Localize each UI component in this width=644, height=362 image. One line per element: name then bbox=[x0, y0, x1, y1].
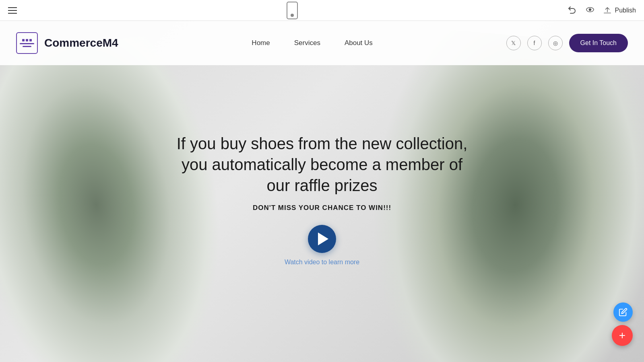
editor-bar-right: Publish bbox=[568, 5, 636, 16]
editor-bar-center bbox=[287, 2, 298, 19]
site-nav: CommerceM4 Home Services About Us 𝕏 f ◎ … bbox=[0, 21, 644, 65]
logo-dot bbox=[26, 39, 28, 41]
get-in-touch-button[interactable]: Get In Touch bbox=[569, 34, 628, 52]
logo-dot bbox=[29, 39, 32, 41]
editor-bar: Publish bbox=[0, 0, 644, 21]
mobile-preview-icon[interactable] bbox=[287, 2, 298, 19]
preview-eye-icon[interactable] bbox=[585, 5, 595, 16]
facebook-icon[interactable]: f bbox=[527, 36, 542, 50]
editor-bar-left bbox=[8, 7, 17, 14]
nav-services[interactable]: Services bbox=[294, 39, 320, 47]
site-logo: CommerceM4 bbox=[16, 32, 118, 54]
nav-links: Home Services About Us bbox=[252, 39, 372, 47]
logo-line bbox=[20, 43, 34, 44]
svg-point-1 bbox=[589, 8, 591, 10]
hero-subheading: DON'T MISS YOUR CHANCE TO WIN!!! bbox=[169, 204, 475, 212]
logo-dot bbox=[22, 39, 25, 41]
undo-icon[interactable] bbox=[568, 6, 577, 15]
edit-fab-button[interactable] bbox=[613, 302, 633, 322]
logo-icon bbox=[16, 32, 38, 54]
hero-content: If you buy shoes from the new collection… bbox=[161, 125, 483, 274]
instagram-icon[interactable]: ◎ bbox=[548, 36, 563, 50]
twitter-icon[interactable]: 𝕏 bbox=[506, 36, 521, 50]
logo-line-short bbox=[23, 46, 31, 47]
hero-headline: If you buy shoes from the new collection… bbox=[169, 133, 475, 196]
add-fab-button[interactable]: + bbox=[612, 325, 633, 346]
site-name: CommerceM4 bbox=[44, 37, 118, 49]
publish-button[interactable]: Publish bbox=[603, 6, 636, 15]
watch-video-link[interactable]: Watch video to learn more bbox=[285, 259, 359, 266]
nav-actions: 𝕏 f ◎ Get In Touch bbox=[506, 34, 628, 52]
nav-about[interactable]: About Us bbox=[345, 39, 373, 47]
video-play-wrap: Watch video to learn more bbox=[169, 225, 475, 266]
hamburger-menu-icon[interactable] bbox=[8, 7, 17, 14]
play-button[interactable] bbox=[308, 225, 336, 253]
publish-label: Publish bbox=[615, 7, 636, 14]
nav-home[interactable]: Home bbox=[252, 39, 270, 47]
hero-section: If you buy shoes from the new collection… bbox=[0, 21, 644, 362]
page-wrapper: If you buy shoes from the new collection… bbox=[0, 21, 644, 362]
